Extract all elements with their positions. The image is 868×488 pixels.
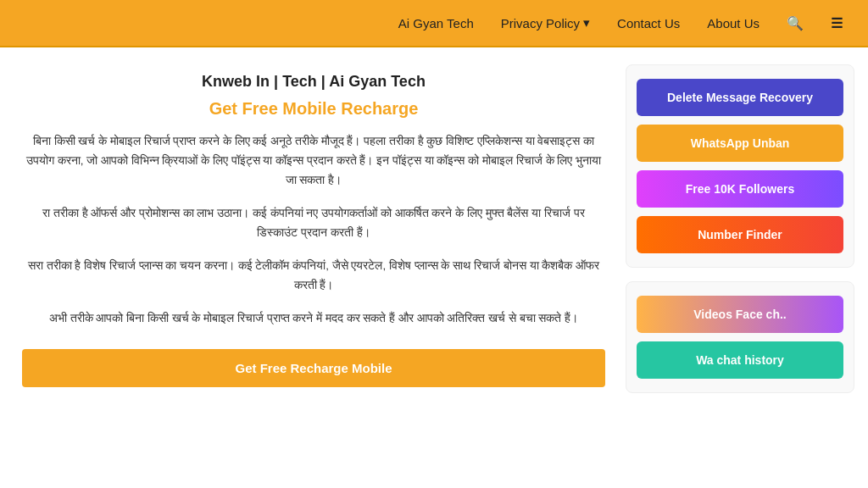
menu-icon[interactable]: ☰ bbox=[831, 15, 843, 31]
paragraph-1: बिना किसी खर्च के मोबाइल रिचार्ज प्राप्त… bbox=[22, 132, 605, 191]
wa-chat-history-button[interactable]: Wa chat history bbox=[637, 341, 843, 379]
nav-brand[interactable]: Ai Gyan Tech bbox=[398, 16, 474, 30]
search-icon[interactable]: 🔍 bbox=[787, 15, 804, 31]
content-area: Knweb In | Tech | Ai Gyan Tech Get Free … bbox=[14, 64, 626, 471]
sidebar-card-2: Videos Face ch.. Wa chat history bbox=[626, 281, 854, 393]
cta-button-wrap: Get Free Recharge Mobile bbox=[22, 349, 605, 387]
paragraph-4: अभी तरीके आपको बिना किसी खर्च के मोबाइल … bbox=[22, 309, 605, 329]
nav-about[interactable]: About Us bbox=[707, 16, 760, 30]
sidebar: Delete Message Recovery WhatsApp Unban F… bbox=[626, 64, 854, 471]
main-layout: Knweb In | Tech | Ai Gyan Tech Get Free … bbox=[0, 47, 868, 488]
header: Ai Gyan Tech Privacy Policy ▾ Contact Us… bbox=[0, 0, 868, 47]
nav: Ai Gyan Tech Privacy Policy ▾ Contact Us… bbox=[398, 15, 843, 31]
whatsapp-unban-button[interactable]: WhatsApp Unban bbox=[637, 125, 843, 162]
sidebar-card-1: Delete Message Recovery WhatsApp Unban F… bbox=[626, 64, 854, 268]
nav-privacy-policy[interactable]: Privacy Policy ▾ bbox=[501, 15, 590, 30]
cta-button[interactable]: Get Free Recharge Mobile bbox=[22, 349, 605, 387]
paragraph-2: रा तरीका है ऑफर्स और प्रोमोशन्स का लाभ उ… bbox=[22, 204, 605, 243]
delete-message-recovery-button[interactable]: Delete Message Recovery bbox=[637, 79, 843, 116]
videos-face-button[interactable]: Videos Face ch.. bbox=[637, 296, 843, 333]
free-10k-followers-button[interactable]: Free 10K Followers bbox=[637, 170, 843, 208]
number-finder-button[interactable]: Number Finder bbox=[637, 216, 843, 253]
paragraph-3: सरा तरीका है विशेष रिचार्ज प्लान्स का चय… bbox=[22, 257, 605, 296]
article-body: बिना किसी खर्च के मोबाइल रिचार्ज प्राप्त… bbox=[22, 132, 605, 329]
chevron-down-icon: ▾ bbox=[583, 15, 590, 30]
page-title: Knweb In | Tech | Ai Gyan Tech bbox=[22, 73, 605, 91]
nav-contact[interactable]: Contact Us bbox=[617, 16, 680, 30]
article-title: Get Free Mobile Recharge bbox=[22, 99, 605, 119]
